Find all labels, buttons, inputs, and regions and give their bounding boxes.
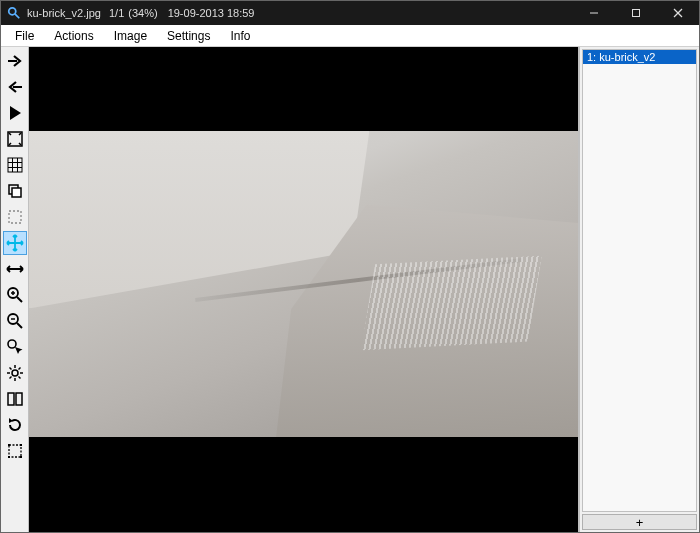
minimize-button[interactable] <box>573 1 615 25</box>
left-toolbar <box>1 47 29 532</box>
svg-point-24 <box>12 370 18 376</box>
svg-marker-6 <box>10 106 21 120</box>
copy-button[interactable] <box>3 179 27 203</box>
fit-window-icon <box>6 130 24 148</box>
svg-line-31 <box>9 377 11 379</box>
close-button[interactable] <box>657 1 699 25</box>
svg-rect-33 <box>8 393 14 405</box>
svg-rect-37 <box>8 444 10 446</box>
add-button[interactable]: + <box>582 514 697 530</box>
window-buttons <box>573 1 699 25</box>
menu-info[interactable]: Info <box>220 27 260 45</box>
maximize-button[interactable] <box>615 1 657 25</box>
svg-line-32 <box>18 368 20 370</box>
selection-button[interactable] <box>3 205 27 229</box>
menu-actions[interactable]: Actions <box>44 27 103 45</box>
title-datetime: 19-09-2013 18:59 <box>168 7 255 19</box>
slideshow-button[interactable] <box>3 101 27 125</box>
fit-width-icon <box>6 260 24 278</box>
svg-line-1 <box>15 14 19 18</box>
selection-icon <box>6 208 24 226</box>
svg-rect-38 <box>20 444 22 446</box>
compare-button[interactable] <box>3 387 27 411</box>
canvas-letterbox-bottom <box>29 437 578 532</box>
prev-button[interactable] <box>3 75 27 99</box>
title-count: 1/1 <box>109 7 124 19</box>
move-icon <box>6 234 24 252</box>
right-panel: 1: ku-brick_v2 + <box>579 47 699 532</box>
titlebar: ku-brick_v2.jpg 1/1 (34%) 19-09-2013 18:… <box>1 1 699 25</box>
body: 1: ku-brick_v2 + <box>1 47 699 532</box>
zoom-out-icon <box>6 312 24 330</box>
svg-rect-40 <box>20 456 22 458</box>
pointer-zoom-button[interactable] <box>3 335 27 359</box>
menu-image[interactable]: Image <box>104 27 157 45</box>
copy-icon <box>6 182 24 200</box>
close-icon <box>673 8 683 18</box>
image-content <box>29 131 578 437</box>
menu-settings[interactable]: Settings <box>157 27 220 45</box>
rotate-icon <box>6 416 24 434</box>
zoom-in-button[interactable] <box>3 283 27 307</box>
title-zoom: (34%) <box>128 7 157 19</box>
fit-width-button[interactable] <box>3 257 27 281</box>
svg-rect-36 <box>9 445 21 457</box>
fit-window-button[interactable] <box>3 127 27 151</box>
svg-rect-14 <box>12 188 21 197</box>
crop-icon <box>6 442 24 460</box>
app-icon <box>7 6 21 20</box>
svg-rect-8 <box>8 158 22 172</box>
move-button[interactable] <box>3 231 27 255</box>
maximize-icon <box>631 8 641 18</box>
crop-button[interactable] <box>3 439 27 463</box>
svg-point-0 <box>9 8 16 15</box>
rotate-button[interactable] <box>3 413 27 437</box>
menubar: File Actions Image Settings Info <box>1 25 699 47</box>
pointer-zoom-icon <box>6 338 24 356</box>
list-item[interactable]: 1: ku-brick_v2 <box>583 50 696 64</box>
minimize-icon <box>589 8 599 18</box>
app-window: ku-brick_v2.jpg 1/1 (34%) 19-09-2013 18:… <box>0 0 700 533</box>
compare-icon <box>6 390 24 408</box>
canvas-letterbox-top <box>29 47 578 131</box>
arrow-right-icon <box>6 52 24 70</box>
grid-icon <box>6 156 24 174</box>
settings-button[interactable] <box>3 361 27 385</box>
svg-line-17 <box>17 297 22 302</box>
svg-rect-3 <box>633 10 640 17</box>
zoom-out-button[interactable] <box>3 309 27 333</box>
gear-icon <box>6 364 24 382</box>
title-filename: ku-brick_v2.jpg <box>27 7 101 19</box>
image-list[interactable]: 1: ku-brick_v2 <box>582 49 697 512</box>
svg-rect-39 <box>8 456 10 458</box>
next-button[interactable] <box>3 49 27 73</box>
grid-button[interactable] <box>3 153 27 177</box>
canvas-area[interactable] <box>29 47 579 532</box>
svg-line-29 <box>9 368 11 370</box>
svg-line-21 <box>17 323 22 328</box>
svg-rect-15 <box>9 211 21 223</box>
play-icon <box>6 104 24 122</box>
svg-point-23 <box>8 340 16 348</box>
svg-line-30 <box>18 377 20 379</box>
zoom-in-icon <box>6 286 24 304</box>
svg-rect-34 <box>16 393 22 405</box>
arrow-left-icon <box>6 78 24 96</box>
menu-file[interactable]: File <box>5 27 44 45</box>
